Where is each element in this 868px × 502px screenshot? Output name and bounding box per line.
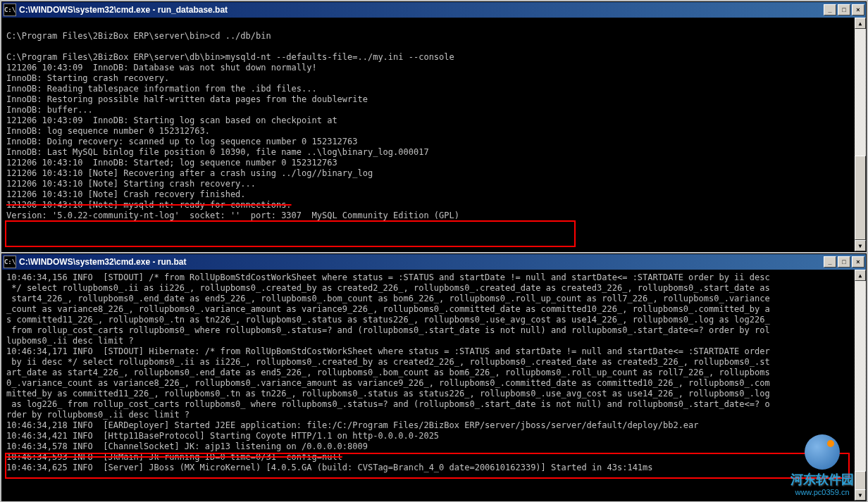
terminal-line: 10:46:34,593 INFO [JkMain] Jk running ID…	[6, 452, 862, 463]
terminal-line: 121206 10:43:10 [Note] Crash recovery fi…	[6, 189, 862, 200]
terminal-line: 121206 10:43:10 InnoDB: Started; log seq…	[6, 158, 862, 168]
terminal-line: InnoDB: Reading tablespace information f…	[6, 84, 862, 94]
terminal-line: Version: '5.0.22-community-nt-log' socke…	[6, 211, 862, 221]
window-title: C:\WINDOWS\system32\cmd.exe - run_databa…	[19, 5, 824, 15]
terminal-line: rder by rollupboms0_.ii desc limit ?	[6, 410, 862, 420]
cmd-window-database: C:\ C:\WINDOWS\system32\cmd.exe - run_da…	[1, 1, 867, 252]
cmd-icon: C:\	[4, 4, 16, 16]
terminal-line: InnoDB: log sequence number 0 152312763.	[6, 126, 862, 137]
close-button[interactable]: ×	[852, 256, 864, 268]
titlebar[interactable]: C:\ C:\WINDOWS\system32\cmd.exe - run.ba…	[2, 254, 866, 270]
terminal-line: 10:46:34,421 INFO [Http11BaseProtocol] S…	[6, 431, 862, 441]
window-controls: _ □ ×	[824, 256, 864, 268]
minimize-button[interactable]: _	[824, 256, 836, 268]
terminal-line: _count as variance8_226_, rollupboms0_.v…	[6, 304, 862, 315]
cmd-icon: C:\	[4, 256, 16, 268]
titlebar[interactable]: C:\ C:\WINDOWS\system32\cmd.exe - run_da…	[2, 2, 866, 18]
maximize-button[interactable]: □	[838, 4, 850, 15]
terminal-line: as log226_ from rollup_cost_carts rollup…	[6, 399, 862, 410]
terminal-line: 121206 10:43:10 [Note] Recovering after …	[6, 168, 862, 179]
terminal-line: C:\Program Files\2BizBox ERP\server\bin>…	[6, 31, 862, 42]
scroll-up-button[interactable]: ▲	[855, 270, 866, 281]
terminal-line: InnoDB: Starting crash recovery.	[6, 73, 862, 84]
terminal-line: InnoDB: Restoring possible half-written …	[6, 94, 862, 105]
window-controls: _ □ ×	[824, 4, 864, 15]
terminal-line: from rollup_cost_carts rollupboms0_ wher…	[6, 325, 862, 336]
terminal-line: C:\Program Files\2BizBox ERP\server\db\b…	[6, 52, 862, 63]
terminal-line: 0_.variance_count as variance8_226_, rol…	[6, 378, 862, 389]
scroll-down-button[interactable]: ▼	[855, 240, 866, 251]
terminal-line: 10:46:34,218 INFO [EARDeployer] Started …	[6, 420, 862, 431]
terminal-line: 10:46:34,171 INFO [STDOUT] Hibernate: /*…	[6, 346, 862, 357]
terminal-line: 121206 10:43:10 [Note] Starting crash re…	[6, 179, 862, 189]
terminal-line	[6, 42, 862, 52]
scrollbar[interactable]: ▲ ▼	[855, 270, 866, 501]
terminal-line: s committed11_226_, rollupboms0_.tn as t…	[6, 315, 862, 325]
cmd-window-run: C:\ C:\WINDOWS\system32\cmd.exe - run.ba…	[1, 253, 867, 501]
terminal-line: 121206 10:43:09 InnoDB: Starting log sca…	[6, 115, 862, 126]
maximize-button[interactable]: □	[838, 256, 850, 268]
terminal-line: start4_226_, rollupboms0_.end_date as en…	[6, 294, 862, 304]
terminal-line: InnoDB: Doing recovery: scanned up to lo…	[6, 137, 862, 147]
terminal-line: 10:46:34,578 INFO [ChannelSocket] JK: aj…	[6, 441, 862, 452]
terminal-output[interactable]: C:\Program Files\2BizBox ERP\server\bin>…	[2, 18, 866, 251]
terminal-line	[6, 20, 862, 31]
terminal-line: mitted_by as committed11_226_, rollupbom…	[6, 389, 862, 399]
window-title: C:\WINDOWS\system32\cmd.exe - run.bat	[19, 257, 824, 267]
scroll-down-button[interactable]: ▼	[855, 489, 866, 501]
scroll-thumb[interactable]	[855, 156, 866, 240]
scroll-up-button[interactable]: ▲	[855, 18, 866, 29]
terminal-line: 121206 10:43:09 InnoDB: Database was not…	[6, 63, 862, 73]
close-button[interactable]: ×	[852, 4, 864, 15]
terminal-line: 10:46:34,625 INFO [Server] JBoss (MX Mic…	[6, 463, 862, 473]
scrollbar[interactable]: ▲ ▼	[855, 18, 866, 251]
scroll-track[interactable]	[855, 29, 866, 240]
minimize-button[interactable]: _	[824, 4, 836, 15]
terminal-line: InnoDB: buffer...	[6, 105, 862, 115]
terminal-line: by ii desc */ select rollupboms0_.ii as …	[6, 357, 862, 368]
scroll-track[interactable]	[855, 281, 866, 489]
terminal-line: art_date as start4_226_, rollupboms0_.en…	[6, 368, 862, 378]
terminal-line: 121206 10:43:10 [Note] mysqld-nt: ready …	[6, 200, 862, 211]
terminal-line: InnoDB: Last MySQL binlog file position …	[6, 147, 862, 158]
terminal-line: lupboms0_.ii desc limit ?	[6, 336, 862, 346]
terminal-line: */ select rollupboms0_.ii as ii226_, rol…	[6, 283, 862, 294]
terminal-output[interactable]: 10:46:34,156 INFO [STDOUT] /* from RollU…	[2, 270, 866, 501]
terminal-line: 10:46:34,156 INFO [STDOUT] /* from RollU…	[6, 272, 862, 283]
scroll-thumb[interactable]	[855, 471, 866, 491]
